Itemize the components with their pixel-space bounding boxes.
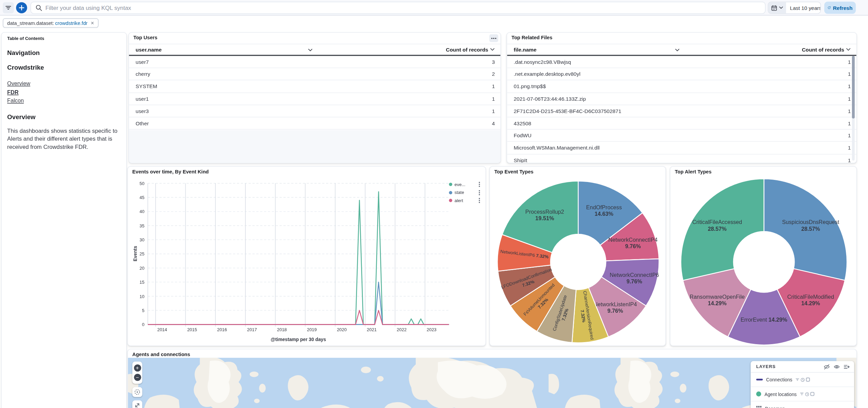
cell-count[interactable]: 4 [492,120,500,126]
layer-item-basemap[interactable]: Basemap [751,402,854,408]
toc-link-falcon[interactable]: Falcon [7,96,120,105]
table-row[interactable]: .net.example.desktop.ev80yl1 [507,68,856,81]
eye-icon[interactable] [834,364,840,370]
events-line-chart[interactable]: 2014201520162017201820192020202120222023… [128,167,486,346]
cell-count[interactable]: 2 [492,71,500,77]
layer-grid-swatch [756,406,762,408]
world-map[interactable] [128,358,856,408]
refresh-label: Refresh [833,5,852,11]
table-row[interactable]: .dat.nosync2c98.VBwjsq1 [507,56,856,68]
cell-name[interactable]: cherry [129,71,150,77]
legend-item-alert[interactable]: alert [449,198,481,203]
column-header-user-name[interactable]: user.name [129,46,162,53]
table-row[interactable]: SYSTEM1 [129,81,500,93]
layer-line-swatch [756,379,763,381]
calendar-dropdown[interactable] [768,2,786,13]
table-row[interactable]: user31 [129,105,500,117]
column-header-count[interactable]: Count of records [446,46,500,53]
cell-count[interactable]: 3 [492,59,500,65]
table-row[interactable]: user73 [129,56,500,68]
toc-link-fdr[interactable]: FDR [7,88,120,96]
panel-options-icon[interactable] [489,34,498,42]
cell-name[interactable]: SYSTEM [129,83,157,89]
table-row[interactable]: user11 [129,93,500,105]
table-row[interactable]: Microsoft.WSMan.Management.ni.dll1 [507,142,856,154]
cell-name[interactable]: Microsoft.WSMan.Management.ni.dll [507,145,600,151]
table-row[interactable]: 2F71C2D4-D215-453E-BF4C-D6C0375028711 [507,105,856,117]
layer-item-agent-locations[interactable]: Agent locations [751,387,854,402]
cell-name[interactable]: ShipIt [507,157,527,163]
legend-color-dot [449,183,452,186]
remove-filter-icon[interactable]: × [91,20,94,26]
chevron-down-icon[interactable] [675,48,680,52]
series-alert[interactable] [148,310,449,324]
cell-name[interactable]: 2F71C2D4-D215-453E-BF4C-D6C037502871 [507,108,622,114]
legend-item-event[interactable]: eve... [449,182,481,187]
zoom-in-button[interactable]: + [134,364,141,371]
chevron-down-icon[interactable] [308,48,313,52]
y-tick-label: 35 [140,223,144,228]
refresh-button[interactable]: Refresh [824,2,856,14]
cell-count[interactable]: 1 [492,108,500,114]
eye-closed-icon[interactable] [824,364,830,370]
layer-checkbox[interactable] [806,378,810,381]
layer-item-connections[interactable]: Connections [751,372,854,387]
kql-search-input[interactable]: Filter your data using KQL syntax [30,2,766,14]
y-tick-label: 5 [142,308,144,313]
layer-clock-icon[interactable] [801,377,805,382]
column-header-count[interactable]: Count of records [802,46,856,53]
y-axis-title: Events [132,237,138,270]
table-row[interactable]: 4325081 [507,117,856,130]
legend-actions-icon[interactable] [478,189,481,195]
legend-actions-icon[interactable] [478,182,481,187]
expand-map-button[interactable] [132,400,142,408]
layer-label: Agent locations [765,391,797,397]
x-tick-label: 2019 [307,327,317,332]
scrollbar-thumb[interactable] [852,56,855,119]
legend-actions-icon[interactable] [478,198,481,203]
top-navigation-bar: Filter your data using KQL syntax Last 1… [0,0,868,15]
table-row[interactable]: cherry2 [129,68,500,81]
table-row[interactable]: ShipIt1 [507,154,856,163]
time-range-picker[interactable]: Last 10 years [768,2,821,14]
cell-name[interactable]: 01.png.tmp$$ [507,83,546,89]
toc-link-overview[interactable]: Overview [7,79,120,88]
fit-to-data-button[interactable] [132,387,142,397]
layer-checkbox[interactable] [811,392,814,396]
cell-name[interactable]: 432508 [507,120,531,126]
table-row[interactable]: 2021-07-06T23:44:46.133Z.zip1 [507,93,856,105]
table-row[interactable]: FodWU1 [507,130,856,142]
cell-name[interactable]: user7 [129,59,149,65]
series-state[interactable] [148,282,449,324]
y-tick-label: 25 [140,251,144,256]
x-tick-label: 2022 [397,327,407,332]
toc-heading-crowdstrike: Crowdstrike [7,64,120,71]
event-types-donut-chart[interactable]: EndOfProcess14.63%NetworkConnectIP49.76%… [490,167,666,346]
layer-clock-icon[interactable] [805,392,809,396]
alert-types-donut-chart[interactable]: SuspiciousDnsRequest28.57%CriticalFileMo… [670,167,857,346]
cell-name[interactable]: FodWU [507,132,532,139]
cell-count[interactable]: 1 [492,96,500,102]
zoom-out-button[interactable]: − [134,374,141,381]
time-range-label[interactable]: Last 10 years [786,2,821,13]
column-header-file-name[interactable]: file.name [507,46,537,53]
layer-filter-icon[interactable] [796,378,799,381]
filter-pill[interactable]: data_stream.dataset: crowdstrike.fdr × [3,18,98,28]
scrollbar[interactable] [852,56,855,161]
cell-count[interactable]: 1 [492,83,500,89]
cell-name[interactable]: .net.example.desktop.ev80yl [507,71,581,77]
top-users-table-body: user73cherry2SYSTEM1user11user31Other4 [129,56,500,163]
layers-list: ConnectionsAgent locationsBasemap [751,372,854,408]
layer-filter-icon[interactable] [800,392,804,396]
cell-name[interactable]: user3 [129,108,149,114]
cell-name[interactable]: Other [129,120,149,126]
legend-item-state[interactable]: state [449,189,481,195]
collapse-layers-icon[interactable] [844,364,850,370]
add-filter-button[interactable] [16,2,27,13]
table-row[interactable]: 01.png.tmp$$1 [507,81,856,93]
table-row[interactable]: Other4 [129,117,500,130]
filter-menu-button[interactable] [3,2,14,13]
cell-name[interactable]: 2021-07-06T23:44:46.133Z.zip [507,96,586,102]
cell-name[interactable]: user1 [129,96,149,102]
cell-name[interactable]: .dat.nosync2c98.VBwjsq [507,59,571,65]
